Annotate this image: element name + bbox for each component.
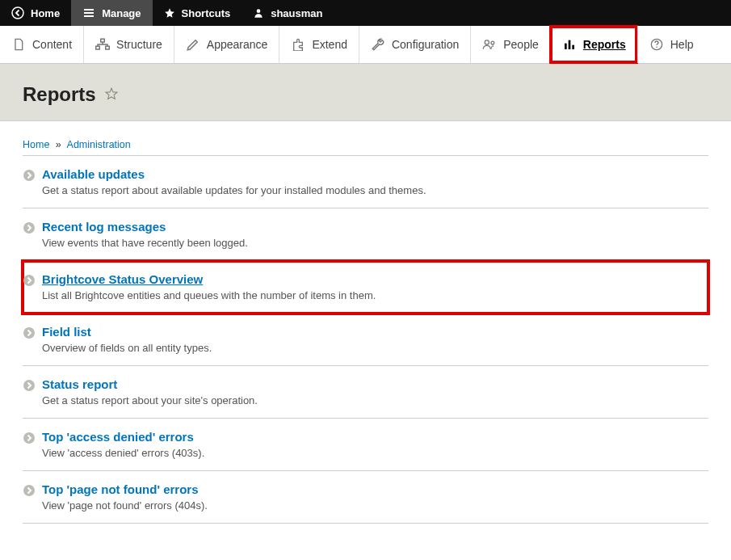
svg-point-18 (23, 485, 35, 496)
report-item: Field listOverview of fields on all enti… (23, 314, 708, 366)
svg-point-13 (23, 222, 35, 234)
toolbar-shortcuts[interactable]: Shortcuts (153, 0, 242, 26)
tab-people-label: People (503, 38, 539, 51)
svg-point-0 (12, 7, 23, 19)
user-icon (253, 7, 264, 19)
breadcrumb-separator: » (56, 139, 61, 150)
svg-point-1 (257, 9, 261, 13)
tab-extend[interactable]: Extend (279, 26, 359, 63)
report-item: Brightcove Status OverviewList all Brigh… (23, 261, 708, 314)
toolbar-shortcuts-label: Shortcuts (182, 7, 231, 19)
structure-icon (95, 37, 110, 52)
appearance-icon (186, 37, 200, 52)
page-title: Reports (23, 83, 96, 106)
report-description: List all Brightcove entities and queues … (42, 289, 708, 301)
svg-point-11 (656, 47, 657, 48)
svg-rect-4 (106, 46, 110, 49)
report-link[interactable]: Available updates (42, 167, 145, 181)
report-link[interactable]: Recent log messages (42, 220, 166, 234)
report-item: Available updatesGet a status report abo… (23, 156, 708, 208)
breadcrumb-admin[interactable]: Administration (67, 139, 131, 150)
chevron-right-icon (23, 379, 36, 392)
breadcrumb-home[interactable]: Home (23, 139, 49, 150)
svg-point-17 (23, 432, 35, 444)
help-icon (649, 37, 664, 52)
chevron-right-icon (23, 432, 36, 444)
report-description: View events that have recently been logg… (42, 237, 708, 249)
toolbar-home-label: Home (31, 7, 60, 19)
favorite-star-icon[interactable] (104, 86, 119, 103)
toolbar-home[interactable]: Home (0, 0, 71, 26)
report-link[interactable]: Brightcove Status Overview (42, 272, 203, 286)
chevron-right-icon (23, 326, 36, 339)
tab-reports-label: Reports (583, 38, 626, 51)
tab-structure-label: Structure (116, 38, 162, 51)
report-link[interactable]: Field list (42, 325, 91, 339)
tab-extend-label: Extend (312, 38, 347, 51)
report-item: Status reportGet a status report about y… (23, 366, 708, 419)
chevron-right-icon (23, 484, 36, 497)
chevron-right-icon (23, 274, 36, 287)
svg-rect-2 (101, 39, 105, 42)
toolbar-manage-label: Manage (102, 7, 141, 19)
report-description: Get a status report about your site's op… (42, 394, 708, 406)
tab-configuration[interactable]: Configuration (359, 26, 470, 63)
tab-configuration-label: Configuration (392, 38, 459, 51)
toolbar-user-label: shausman (271, 7, 322, 19)
report-description: View 'access denied' errors (403s). (42, 447, 708, 459)
breadcrumb: Home » Administration (23, 139, 708, 150)
page-header: Reports (0, 64, 731, 121)
tab-structure[interactable]: Structure (83, 26, 174, 63)
report-link[interactable]: Status report (42, 377, 117, 391)
report-description: Get a status report about available upda… (42, 184, 708, 196)
top-toolbar: Home Manage Shortcuts shausman (0, 0, 731, 26)
tab-appearance[interactable]: Appearance (174, 26, 279, 63)
main-content: Home » Administration Available updatesG… (0, 121, 731, 548)
menu-icon (82, 6, 95, 19)
report-item: Top 'access denied' errorsView 'access d… (23, 419, 708, 471)
chevron-right-icon (23, 221, 36, 234)
svg-rect-3 (96, 46, 100, 49)
star-icon (164, 7, 175, 19)
people-icon (482, 37, 497, 52)
svg-point-16 (23, 380, 35, 391)
tab-help[interactable]: Help (637, 26, 705, 63)
svg-point-6 (491, 41, 494, 44)
svg-rect-9 (572, 45, 574, 49)
svg-point-12 (23, 170, 35, 181)
content-icon (11, 37, 26, 52)
tab-reports[interactable]: Reports (550, 26, 637, 63)
tab-content[interactable]: Content (0, 26, 83, 63)
tab-people[interactable]: People (470, 26, 550, 63)
svg-rect-7 (565, 44, 567, 49)
report-description: Overview of fields on all entity types. (42, 342, 708, 354)
svg-point-15 (23, 327, 35, 339)
svg-point-5 (485, 40, 489, 44)
report-description: View 'page not found' errors (404s). (42, 499, 708, 512)
report-link[interactable]: Top 'access denied' errors (42, 430, 194, 444)
reports-icon (562, 37, 577, 52)
tab-content-label: Content (32, 38, 72, 51)
chevron-right-icon (23, 169, 36, 182)
report-item: Top 'page not found' errorsView 'page no… (23, 471, 708, 524)
reports-panel: Available updatesGet a status report abo… (23, 155, 708, 524)
toolbar-user[interactable]: shausman (242, 0, 334, 26)
admin-tabs: Content Structure Appearance Extend Conf… (0, 26, 731, 64)
tab-help-label: Help (670, 38, 694, 51)
report-item: Recent log messagesView events that have… (23, 208, 708, 261)
svg-rect-8 (569, 40, 571, 49)
tab-appearance-label: Appearance (207, 38, 268, 51)
back-icon (11, 6, 24, 19)
svg-point-14 (23, 275, 35, 286)
wrench-icon (371, 37, 385, 52)
extend-icon (291, 37, 305, 52)
report-link[interactable]: Top 'page not found' errors (42, 482, 199, 496)
toolbar-manage[interactable]: Manage (71, 0, 152, 26)
